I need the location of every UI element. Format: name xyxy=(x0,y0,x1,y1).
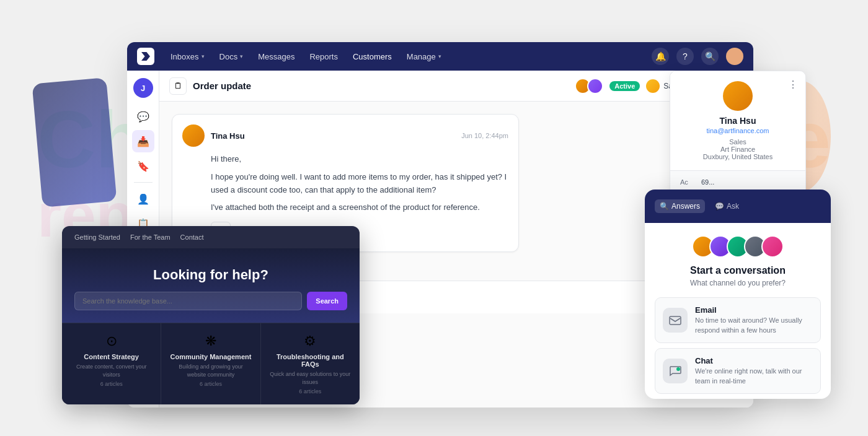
contact-header: ⋮ Tina Hsu tina@artfinance.com Sales Art… xyxy=(670,71,805,171)
bg-shape-left xyxy=(32,77,117,207)
notification-button[interactable]: 🔔 xyxy=(652,48,669,65)
sidebar-icon-inbox[interactable]: 📥 xyxy=(132,130,154,152)
nav-items: Inboxes ▾ Docs ▾ Messages Reports Custom… xyxy=(164,49,652,64)
help-button[interactable]: ? xyxy=(676,48,694,65)
message-sender-name: Tina Hsu xyxy=(211,131,245,141)
kb-search-input[interactable] xyxy=(74,292,302,310)
sidebar-icon-contacts[interactable]: 👤 xyxy=(132,188,154,210)
chat-icon xyxy=(663,359,688,383)
kb-nav-team[interactable]: For the Team xyxy=(130,233,170,241)
nav-messages[interactable]: Messages xyxy=(252,49,301,64)
nav-manage[interactable]: Manage ▾ xyxy=(401,49,448,64)
kb-card1-count: 6 articles xyxy=(69,381,153,387)
content-strategy-icon: ⊙ xyxy=(69,333,153,349)
kb-card-faq[interactable]: ⚙ Troubleshooting and FAQs Quick and eas… xyxy=(261,323,360,404)
sidebar-icon-conversations[interactable]: 💬 xyxy=(132,105,154,128)
email-option[interactable]: Email No time to wait around? We usually… xyxy=(655,297,821,343)
widget-conv-title: Start a conversation xyxy=(655,265,821,276)
kb-card2-title: Community Management xyxy=(169,353,252,360)
conversation-title: Order update xyxy=(193,81,569,91)
kb-card-community[interactable]: ❋ Community Management Building and grow… xyxy=(161,323,260,404)
kb-hero-title: Looking for help? xyxy=(74,267,347,283)
kb-card3-count: 6 articles xyxy=(268,388,352,395)
widget-tabs: 🔍 Answers 💬 Ask xyxy=(655,199,744,213)
kb-nav-getting-started[interactable]: Getting Started xyxy=(74,233,120,241)
widget-conv-sub: What channel do you prefer? xyxy=(655,279,821,287)
channel-options: Email No time to wait around? We usually… xyxy=(655,297,821,394)
chatwoot-widget: 🔍 Answers 💬 Ask Start a conversation Wha… xyxy=(645,190,831,399)
contact-name: Tina Hsu xyxy=(680,116,795,126)
tab-answers[interactable]: 🔍 Answers xyxy=(655,199,705,213)
prop-row-ac: Ac 69... xyxy=(680,178,795,186)
faq-icon: ⚙ xyxy=(268,333,352,349)
search-button[interactable]: 🔍 xyxy=(701,48,719,65)
message-time: Jun 10, 2:44pm xyxy=(461,132,508,139)
chat-header: 🗒 Order update Active Sabrina B ⚡ ⋮ xyxy=(159,71,753,102)
chat-text: Chat We're online right now, talk with o… xyxy=(695,356,813,386)
user-avatar[interactable] xyxy=(726,48,743,65)
sidebar-divider xyxy=(134,182,153,183)
community-icon: ❋ xyxy=(169,333,252,349)
logo-icon xyxy=(140,51,151,62)
participant-avatars xyxy=(575,78,603,94)
contact-email[interactable]: tina@artfinance.com xyxy=(680,127,795,134)
agent-avatar-5 xyxy=(761,235,784,258)
logo[interactable] xyxy=(137,48,154,65)
kb-search-button[interactable]: Search xyxy=(307,292,347,310)
contact-role: Sales Art Finance Duxbury, United States xyxy=(680,138,795,160)
assignee-avatar xyxy=(646,79,660,93)
sidebar-user-avatar[interactable]: J xyxy=(133,78,153,98)
kb-search: Search xyxy=(74,292,347,310)
kb-nav-contact[interactable]: Contact xyxy=(180,233,204,241)
nav-right: 🔔 ? 🔍 xyxy=(652,48,743,65)
nav-reports[interactable]: Reports xyxy=(303,49,344,64)
chat-option[interactable]: Chat We're online right now, talk with o… xyxy=(655,348,821,394)
svg-rect-0 xyxy=(670,316,681,325)
conversation-type-icon: 🗒 xyxy=(169,77,187,95)
agent-avatars xyxy=(655,235,821,258)
contact-more-button[interactable]: ⋮ xyxy=(788,79,798,90)
message-body: Hi there, I hope you're doing well. I wa… xyxy=(211,153,508,214)
kb-card2-desc: Building and growing your website commun… xyxy=(169,363,252,378)
prop-label-ac: Ac xyxy=(680,178,698,186)
nav-customers[interactable]: Customers xyxy=(347,49,398,64)
search-icon-small: 🔍 xyxy=(660,202,669,211)
kb-card3-desc: Quick and easy solutions to your issues xyxy=(268,370,352,386)
navbar: Inboxes ▾ Docs ▾ Messages Reports Custom… xyxy=(127,42,753,71)
svg-point-1 xyxy=(676,367,680,371)
message-line1: Hi there, xyxy=(211,153,508,166)
message-line3: I've attached both the receipt and a scr… xyxy=(211,201,508,214)
kb-hero: Looking for help? Search xyxy=(62,248,360,323)
widget-header: 🔍 Answers 💬 Ask xyxy=(645,190,831,223)
contact-avatar xyxy=(723,81,753,111)
kb-overlay: Getting Started For the Team Contact Loo… xyxy=(62,226,360,404)
kb-card2-count: 6 articles xyxy=(169,381,252,387)
kb-nav: Getting Started For the Team Contact xyxy=(62,226,360,248)
email-text: Email No time to wait around? We usually… xyxy=(695,305,813,335)
participant-avatar-agent xyxy=(587,78,603,94)
message-sender-avatar xyxy=(182,124,205,147)
widget-body: Start a conversation What channel do you… xyxy=(645,223,831,399)
tab-ask[interactable]: 💬 Ask xyxy=(710,199,744,213)
chat-icon-small: 💬 xyxy=(715,202,724,211)
manage-chevron: ▾ xyxy=(438,53,441,59)
email-icon xyxy=(663,308,688,333)
docs-chevron: ▾ xyxy=(240,53,243,59)
sidebar-icon-labels[interactable]: 🔖 xyxy=(132,155,154,177)
inboxes-chevron: ▾ xyxy=(202,53,205,59)
message-line2: I hope you're doing well. I want to add … xyxy=(211,171,508,197)
nav-docs[interactable]: Docs ▾ xyxy=(213,49,250,64)
message-header: Tina Hsu Jun 10, 2:44pm xyxy=(182,124,508,147)
kb-card1-desc: Create content, convert your visitors xyxy=(69,363,153,378)
status-badge: Active xyxy=(609,81,640,91)
prop-value-ac: 69... xyxy=(701,178,714,186)
nav-inboxes[interactable]: Inboxes ▾ xyxy=(164,49,211,64)
kb-cards: ⊙ Content Strategy Create content, conve… xyxy=(62,323,360,404)
kb-card1-title: Content Strategy xyxy=(69,353,153,360)
kb-card3-title: Troubleshooting and FAQs xyxy=(268,353,352,368)
kb-card-content-strategy[interactable]: ⊙ Content Strategy Create content, conve… xyxy=(62,323,161,404)
